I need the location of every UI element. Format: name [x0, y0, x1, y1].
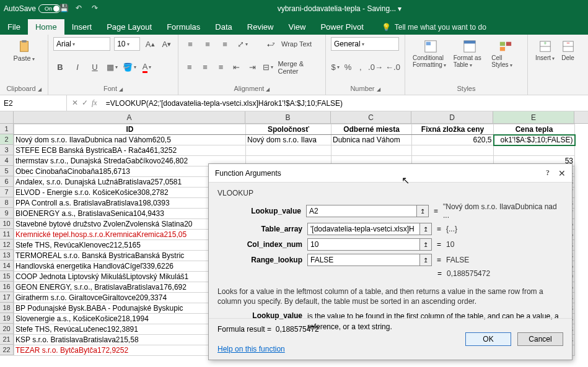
- accounting-format-icon[interactable]: $: [331, 61, 340, 74]
- cancel-button[interactable]: Cancel: [517, 332, 563, 346]
- undo-icon[interactable]: ↶: [76, 4, 86, 14]
- cell[interactable]: STEFE ECB Banská BystricaBA - Rača461,32…: [14, 145, 246, 156]
- header-cell[interactable]: Spoločnosť: [246, 124, 331, 135]
- comma-format-icon[interactable]: ,: [356, 61, 365, 74]
- cell[interactable]: [412, 145, 494, 156]
- ref-button-lookup-value[interactable]: ↥: [416, 205, 429, 217]
- tell-me[interactable]: 💡Tell me what you want to do: [379, 20, 489, 35]
- bold-icon[interactable]: B: [53, 61, 67, 74]
- redo-icon[interactable]: ↷: [92, 4, 102, 14]
- delete-cells-button[interactable]: −Dele: [557, 37, 579, 64]
- number-format[interactable]: General: [331, 37, 399, 51]
- row-header[interactable]: 10: [0, 218, 14, 229]
- insert-function-icon[interactable]: fx: [92, 98, 97, 108]
- col-header-C[interactable]: C: [331, 111, 411, 123]
- percent-format-icon[interactable]: %: [343, 61, 352, 74]
- cell[interactable]: [331, 145, 412, 156]
- align-top-icon[interactable]: ≡: [183, 37, 197, 51]
- col-header-B[interactable]: B: [245, 111, 331, 123]
- help-link[interactable]: Help on this function: [217, 345, 319, 353]
- row-header[interactable]: 18: [0, 303, 14, 313]
- row-header[interactable]: 9: [0, 208, 14, 218]
- col-header-E[interactable]: E: [493, 111, 574, 123]
- merge-center-button[interactable]: ⊟: [262, 61, 274, 74]
- dialog-close-icon[interactable]: ✕: [558, 168, 566, 178]
- row-header[interactable]: 11: [0, 229, 14, 240]
- row-header[interactable]: 21: [0, 334, 14, 345]
- ref-button-range-lookup[interactable]: ↥: [419, 254, 432, 266]
- row-header[interactable]: 22: [0, 345, 14, 355]
- row-header[interactable]: 3: [0, 145, 14, 155]
- font-size[interactable]: 10: [114, 37, 140, 51]
- tab-data[interactable]: Data: [208, 19, 239, 35]
- align-middle-icon[interactable]: ≡: [201, 37, 214, 51]
- row-header[interactable]: 6: [0, 176, 14, 187]
- row-header[interactable]: 15: [0, 271, 14, 282]
- increase-indent-icon[interactable]: ⇥: [247, 61, 258, 74]
- paste-button[interactable]: Paste: [5, 37, 43, 64]
- row-header[interactable]: 1: [0, 124, 14, 134]
- row-header[interactable]: 20: [0, 324, 14, 334]
- row-header[interactable]: 13: [0, 250, 14, 261]
- header-cell[interactable]: Cena tepla: [494, 124, 575, 135]
- format-as-table-button[interactable]: Format as Table: [451, 37, 489, 71]
- cell[interactable]: [494, 145, 575, 156]
- cell[interactable]: Nový dom s.r.o. IlavaDubnica nad Váhom62…: [14, 135, 246, 145]
- tab-file[interactable]: File: [0, 19, 28, 35]
- row-header[interactable]: 14: [0, 261, 14, 271]
- tab-page-layout[interactable]: Page Layout: [99, 19, 159, 35]
- tab-view[interactable]: View: [281, 19, 313, 35]
- align-left-icon[interactable]: ≡: [183, 61, 195, 74]
- insert-cells-button[interactable]: +Insert: [533, 37, 557, 64]
- col-header-D[interactable]: D: [411, 111, 493, 123]
- input-range-lookup[interactable]: FALSE: [307, 254, 420, 266]
- row-header[interactable]: 8: [0, 197, 14, 208]
- conditional-formatting-button[interactable]: Conditional Formatting: [410, 37, 451, 71]
- cell[interactable]: [246, 145, 331, 156]
- ref-button-col-index[interactable]: ↥: [419, 238, 432, 251]
- enter-formula-icon[interactable]: ✓: [82, 98, 88, 108]
- dialog-help-icon[interactable]: ?: [546, 168, 550, 178]
- decrease-indent-icon[interactable]: ⇤: [230, 61, 242, 74]
- cell[interactable]: Dubnica nad Váhom: [331, 135, 412, 145]
- input-col-index[interactable]: 10: [307, 238, 420, 251]
- decrease-decimal-icon[interactable]: ←.0: [386, 61, 400, 74]
- ok-button[interactable]: OK: [465, 332, 511, 346]
- underline-icon[interactable]: U: [88, 61, 102, 74]
- header-cell[interactable]: Fixná zložka ceny: [412, 124, 494, 135]
- row-header[interactable]: 2: [0, 134, 14, 145]
- orientation-icon[interactable]: ⤢: [235, 37, 249, 51]
- tab-formulas[interactable]: Formulas: [159, 19, 208, 35]
- row-header[interactable]: 5: [0, 166, 14, 176]
- align-center-icon[interactable]: ≡: [199, 61, 211, 74]
- row-header[interactable]: 19: [0, 313, 14, 324]
- increase-decimal-icon[interactable]: .0→: [369, 61, 382, 74]
- italic-icon[interactable]: I: [71, 61, 84, 74]
- align-bottom-icon[interactable]: ≡: [218, 37, 232, 51]
- name-box[interactable]: E2: [0, 95, 67, 111]
- tab-power-pivot[interactable]: Power Pivot: [313, 19, 371, 35]
- row-header[interactable]: 7: [0, 187, 14, 197]
- select-all-triangle[interactable]: [0, 111, 14, 123]
- cell-styles-button[interactable]: Cell Styles: [489, 37, 522, 71]
- borders-icon[interactable]: ▦: [105, 61, 119, 74]
- input-table-array[interactable]: '[dodavatelia-tepla-vsetci.xlsx]H: [307, 223, 420, 235]
- align-right-icon[interactable]: ≡: [215, 61, 227, 74]
- formula-input[interactable]: =VLOOKUP(A2;'[dodavatelia-tepla-vsetci.x…: [102, 99, 588, 108]
- row-header[interactable]: 17: [0, 292, 14, 303]
- wrap-text-button[interactable]: ⮐: [264, 37, 278, 51]
- fill-color-icon[interactable]: 🪣: [123, 61, 136, 74]
- cell[interactable]: 620,5: [412, 135, 494, 145]
- cell[interactable]: Nový dom s.r.o. Ilava: [246, 135, 331, 145]
- increase-font-icon[interactable]: A▴: [144, 37, 157, 51]
- cancel-formula-icon[interactable]: ✕: [72, 98, 78, 108]
- autosave-toggle[interactable]: [38, 4, 61, 13]
- col-header-A[interactable]: A: [14, 111, 245, 123]
- decrease-font-icon[interactable]: A▾: [160, 37, 173, 51]
- row-header[interactable]: 4: [0, 155, 14, 166]
- header-cell[interactable]: ID: [14, 124, 246, 135]
- ref-button-table-array[interactable]: ↥: [419, 223, 432, 235]
- cell[interactable]: ok1'!$A:$J;10;FALSE): [494, 135, 575, 145]
- save-icon[interactable]: 💾: [59, 4, 69, 14]
- font-color-icon[interactable]: A: [140, 61, 154, 74]
